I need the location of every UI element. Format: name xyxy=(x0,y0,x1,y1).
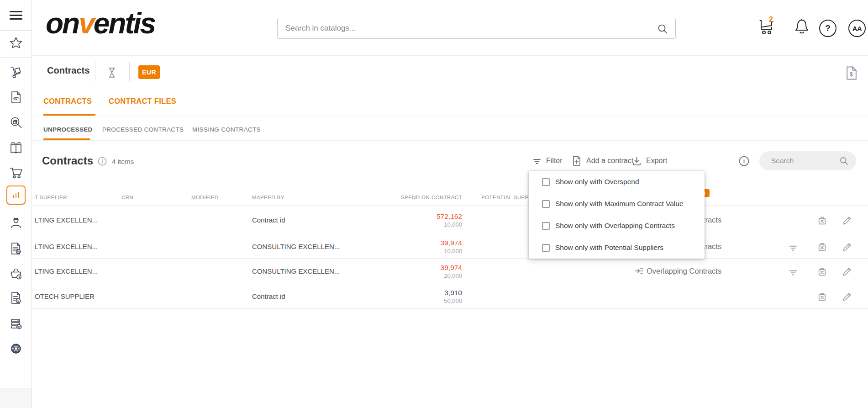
delete-icon[interactable] xyxy=(817,291,827,302)
data-check-icon[interactable] xyxy=(9,317,23,330)
invoice-percent-icon[interactable]: % xyxy=(9,242,23,255)
shopping-cart-icon[interactable] xyxy=(9,166,23,180)
overlapping-contracts-link[interactable]: Overlapping Contracts xyxy=(634,266,721,276)
svg-text:$: $ xyxy=(850,71,853,78)
favorites-star-icon[interactable] xyxy=(9,37,23,50)
supplier-cell: OTECH SUPPLIER xyxy=(35,292,95,300)
info-icon[interactable] xyxy=(98,157,107,166)
add-contract-button[interactable]: Add a contract xyxy=(586,157,633,165)
items-count: 4 items xyxy=(112,158,134,165)
mapped-by-cell: CONSULTING EXCELLEN... xyxy=(252,267,340,275)
add-contract-icon[interactable] xyxy=(572,155,582,166)
checkbox[interactable] xyxy=(542,222,550,230)
help-icon[interactable]: ? xyxy=(819,20,836,37)
export-icon[interactable] xyxy=(632,156,642,166)
spend-cell: 3,910 50,000 xyxy=(365,288,462,305)
table-search-box xyxy=(759,151,856,170)
table-search-icon[interactable] xyxy=(839,156,848,165)
catalog-search-input[interactable] xyxy=(278,18,675,38)
subtab-processed-contracts[interactable]: PROCESSED CONTRACTS xyxy=(102,126,184,133)
list-title: Contracts xyxy=(42,154,93,167)
checkbox[interactable] xyxy=(542,200,550,208)
supplier-cell: LTING EXCELLEN... xyxy=(35,243,98,250)
analytics-bar-chart-icon[interactable] xyxy=(9,188,23,202)
hand-truck-icon[interactable] xyxy=(9,65,23,79)
spend-cell: 39,974 20,000 xyxy=(365,263,462,280)
delete-icon[interactable] xyxy=(817,266,827,277)
checkbox[interactable] xyxy=(542,178,550,186)
avatar[interactable]: AA xyxy=(848,20,866,37)
spend-cell: 572,162 10,000 xyxy=(365,212,462,228)
search-icon[interactable] xyxy=(657,23,668,34)
onventis-logo: onventis xyxy=(46,6,155,40)
mapped-by-cell: Contract id xyxy=(252,216,285,224)
catalog-search-box xyxy=(277,18,676,39)
page-title: Contracts xyxy=(47,65,89,76)
tab-contract-files[interactable]: CONTRACT FILES xyxy=(109,97,176,106)
settings-gear-icon[interactable] xyxy=(9,342,23,355)
edit-pencil-icon[interactable] xyxy=(842,266,852,277)
export-button[interactable]: Export xyxy=(646,157,667,165)
hourglass-icon[interactable] xyxy=(106,67,118,79)
mapped-by-cell: Contract id xyxy=(252,292,285,300)
filter-option-overlapping-contracts[interactable]: Show only with Overlapping Contracts xyxy=(529,215,705,237)
supplier-cell: LTING EXCELLEN... xyxy=(35,216,98,224)
menu-icon[interactable] xyxy=(0,0,32,31)
list-info-icon[interactable] xyxy=(739,156,749,166)
tab-contracts[interactable]: CONTRACTS xyxy=(43,97,92,106)
filter-option-potential-suppliers[interactable]: Show only with Potential Suppliers xyxy=(529,237,705,259)
svg-text:§: § xyxy=(17,299,19,303)
contract-handshake-icon[interactable] xyxy=(9,90,23,104)
col-mapped-by[interactable]: MAPPED BY xyxy=(252,195,284,200)
cart-count-badge: 2 xyxy=(769,16,773,24)
onventis-app: % § onventis 2 ? AA Contracts xyxy=(0,0,868,408)
edit-pencil-icon[interactable] xyxy=(842,215,852,226)
filter-button[interactable]: Filter xyxy=(546,157,563,165)
order-basket-clock-icon[interactable] xyxy=(9,267,23,281)
svg-text:%: % xyxy=(16,249,20,254)
contract-document-icon[interactable]: $ xyxy=(845,66,858,80)
delete-icon[interactable] xyxy=(817,215,827,226)
checkbox[interactable] xyxy=(542,244,550,252)
edit-pencil-icon[interactable] xyxy=(842,291,852,302)
notifications-bell-icon[interactable] xyxy=(793,18,811,38)
filter-option-overspend[interactable]: Show only with Overspend xyxy=(529,171,705,193)
supplier-cell: LTING EXCELLEN... xyxy=(35,267,98,275)
row-filter-icon[interactable] xyxy=(788,243,798,253)
product-search-icon[interactable] xyxy=(9,116,23,130)
supplier-person-icon[interactable] xyxy=(9,216,23,229)
filter-dropdown-menu: Show only with Overspend Show only with … xyxy=(529,171,705,259)
col-supplier[interactable]: T SUPPLIER xyxy=(35,195,67,200)
subtab-unprocessed[interactable]: UNPROCESSED xyxy=(43,126,93,133)
mapped-by-cell: CONSULTING EXCELLEN... xyxy=(252,243,340,250)
merge-icon xyxy=(634,266,643,276)
row-filter-icon[interactable] xyxy=(788,267,798,277)
edit-pencil-icon[interactable] xyxy=(842,242,852,252)
col-modified[interactable]: MODIFIED xyxy=(191,195,218,200)
subtab-missing-contracts[interactable]: MISSING CONTRACTS xyxy=(192,126,261,133)
spend-cell: 39,974 10,000 xyxy=(365,238,462,255)
filter-icon[interactable] xyxy=(532,157,542,166)
col-spend[interactable]: SPEND ON CONTRACT xyxy=(365,195,462,200)
filter-option-max-contract-value[interactable]: Show only with Maximum Contract Value xyxy=(529,193,705,215)
col-crn[interactable]: CRN xyxy=(121,195,133,200)
currency-badge[interactable]: EUR xyxy=(138,65,160,79)
contract-paragraph-icon[interactable]: § xyxy=(9,291,23,305)
cart-icon[interactable] xyxy=(759,19,778,37)
sidebar: % § xyxy=(0,0,32,408)
sidebar-footer xyxy=(0,388,32,408)
delete-icon[interactable] xyxy=(817,242,827,252)
catalog-book-icon[interactable] xyxy=(9,141,23,154)
col-potential-suppliers[interactable]: POTENTIAL SUPPL xyxy=(481,195,531,200)
